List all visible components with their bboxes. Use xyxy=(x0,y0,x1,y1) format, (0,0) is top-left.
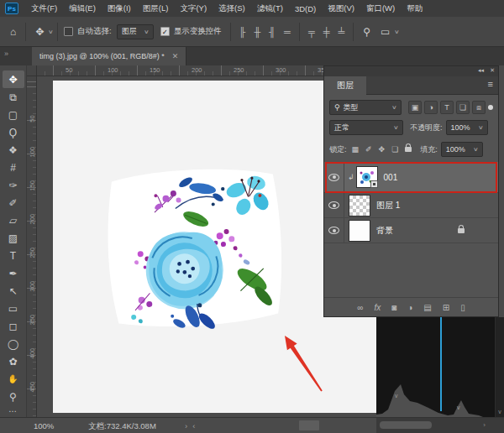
panel-collapse-icon[interactable]: ◂◂ xyxy=(478,67,484,74)
align-bottom-icon[interactable]: ╧ xyxy=(334,27,349,37)
horizontal-scrollbar[interactable]: › xyxy=(376,418,504,433)
ellipse-tool[interactable]: ◯ xyxy=(3,335,24,352)
menu-help[interactable]: 帮助 xyxy=(401,0,428,17)
menu-type[interactable]: 文字(Y) xyxy=(174,0,213,17)
workspace-panel-icon[interactable]: ▭ xyxy=(375,26,395,38)
align-top-icon[interactable]: ╤ xyxy=(304,27,319,37)
chevron-down-icon[interactable]: ∨ xyxy=(48,29,54,35)
scroll-right-icon[interactable]: › xyxy=(483,421,486,429)
filter-type-layers-icon[interactable]: T xyxy=(440,101,454,114)
status-forward-icon[interactable]: › xyxy=(185,421,192,430)
lock-artboard-icon[interactable]: ❏ xyxy=(391,145,398,154)
menu-layer[interactable]: 图层(L) xyxy=(137,0,175,17)
scroll-down-icon[interactable]: v xyxy=(496,409,504,415)
ruler-label: 250 xyxy=(29,248,36,258)
layer-name[interactable]: 001 xyxy=(384,173,398,182)
layer-name[interactable]: 图层 1 xyxy=(376,200,400,211)
filter-pixel-layers-icon[interactable]: ▣ xyxy=(408,101,422,114)
new-group-icon[interactable]: ▤ xyxy=(423,303,431,312)
eyedropper-tool[interactable]: ✑ xyxy=(3,176,24,194)
layer-row-background[interactable]: 背景 xyxy=(324,218,498,243)
align-vcenter-icon[interactable]: ╪ xyxy=(319,27,334,37)
zoom-tool[interactable]: ⚲ xyxy=(3,388,24,405)
type-tool[interactable]: T xyxy=(3,247,24,264)
layer-row-001[interactable]: ↲ 001 xyxy=(324,162,498,193)
menu-select[interactable]: 选择(S) xyxy=(213,0,251,17)
layer-thumbnail[interactable] xyxy=(356,166,378,188)
move-tool[interactable]: ✥ xyxy=(3,70,24,88)
chevron-down-icon: ∨ xyxy=(478,124,484,131)
pen-tool[interactable]: ✒ xyxy=(3,264,24,282)
scrollbar-handle[interactable] xyxy=(380,421,432,429)
crop-tool[interactable]: # xyxy=(3,159,24,176)
home-icon[interactable]: ⌂ xyxy=(5,26,21,38)
artboard-tool[interactable]: ⧉ xyxy=(3,88,24,106)
distribute-icon[interactable]: ═ xyxy=(280,27,295,37)
layer-thumbnail[interactable] xyxy=(349,195,370,216)
lock-transparency-icon[interactable]: ▦ xyxy=(352,145,360,154)
show-transform-checkbox[interactable]: ✓ xyxy=(160,27,170,36)
filter-toggle-icon[interactable] xyxy=(488,105,493,110)
more-tools-icon[interactable]: … xyxy=(0,404,26,414)
layer-name[interactable]: 背景 xyxy=(376,225,393,237)
document-tab[interactable]: timg (3).jpg @ 100% (001, RGB/8#) * ✕ xyxy=(32,47,186,65)
menu-window[interactable]: 窗口(W) xyxy=(360,0,401,17)
delete-layer-icon[interactable]: ▯ xyxy=(460,303,465,312)
rounded-rectangle-tool[interactable]: ◻ xyxy=(3,317,24,335)
menu-3d[interactable]: 3D(D) xyxy=(289,0,322,17)
blend-mode-dropdown[interactable]: 正常 ∨ xyxy=(329,120,403,135)
lock-pixels-icon[interactable]: ✐ xyxy=(365,145,372,154)
filter-kind-dropdown[interactable]: ⚲ 类型 ∨ xyxy=(329,100,402,115)
menu-view[interactable]: 视图(V) xyxy=(322,0,360,17)
menu-edit[interactable]: 编辑(E) xyxy=(63,0,102,17)
rectangular-marquee-tool[interactable]: ▢ xyxy=(3,106,24,123)
eraser-tool[interactable]: ▱ xyxy=(3,211,24,229)
filter-adjustment-layers-icon[interactable]: ◑ xyxy=(424,101,438,114)
panel-menu-icon[interactable]: ≡ xyxy=(488,79,493,89)
gradient-tool[interactable]: ▨ xyxy=(3,229,24,247)
path-selection-tool[interactable]: ↖ xyxy=(3,282,24,300)
align-right-icon[interactable]: ╢ xyxy=(265,27,280,37)
hand-tool[interactable]: ✋ xyxy=(3,370,24,388)
ruler-label: 50 xyxy=(29,114,36,124)
chevron-down-icon[interactable]: ∨ xyxy=(394,29,400,35)
menu-file[interactable]: 文件(F) xyxy=(25,0,63,17)
document-tab-bar: » timg (3).jpg @ 100% (001, RGB/8#) * ✕ xyxy=(0,47,504,65)
align-left-icon[interactable]: ╟ xyxy=(235,27,250,37)
fill-dropdown[interactable]: 100% ∨ xyxy=(441,142,483,157)
layer-row-tuceng1[interactable]: 图层 1 xyxy=(324,193,498,218)
zoom-level[interactable]: 100% xyxy=(34,421,54,430)
lasso-tool[interactable]: Ϙ xyxy=(3,123,24,141)
filter-smart-objects-icon[interactable]: ⧈ xyxy=(472,101,486,114)
visibility-eye-icon[interactable] xyxy=(328,174,339,181)
layer-thumbnail[interactable] xyxy=(349,220,370,242)
lock-all-icon[interactable] xyxy=(405,147,412,152)
layer-style-icon[interactable]: fx xyxy=(374,303,381,312)
brush-tool[interactable]: ✐ xyxy=(3,194,24,211)
visibility-eye-icon[interactable] xyxy=(328,227,339,234)
move-tool-icon[interactable]: ✥ xyxy=(30,26,49,38)
object-selection-tool[interactable]: ❖ xyxy=(3,141,24,159)
rectangle-tool[interactable]: ▭ xyxy=(3,300,24,317)
filter-shape-layers-icon[interactable]: ❏ xyxy=(456,101,470,114)
status-back-icon[interactable]: ‹ xyxy=(192,421,200,430)
link-layers-icon[interactable]: ∞ xyxy=(357,303,363,312)
zoom-search-icon[interactable]: ⚲ xyxy=(358,26,375,38)
opacity-dropdown[interactable]: 100% ∨ xyxy=(446,120,488,135)
adjustment-layer-icon[interactable]: ◑ xyxy=(407,303,412,312)
collapse-tools-icon[interactable]: » xyxy=(4,50,8,58)
lock-position-icon[interactable]: ✥ xyxy=(379,145,386,154)
menu-filter[interactable]: 滤镜(T) xyxy=(251,0,289,17)
auto-select-target-dropdown[interactable]: 图层 ∨ xyxy=(117,24,154,39)
layers-tab[interactable]: 图层 xyxy=(324,76,366,95)
vertical-scrollbar[interactable]: v xyxy=(495,317,504,417)
align-hcenter-icon[interactable]: ╫ xyxy=(250,27,265,37)
visibility-eye-icon[interactable] xyxy=(328,201,339,209)
custom-shape-tool[interactable]: ✿ xyxy=(3,352,24,370)
layer-mask-icon[interactable]: ◙ xyxy=(391,303,396,312)
new-layer-icon[interactable]: ⊞ xyxy=(443,303,449,312)
tab-close-icon[interactable]: ✕ xyxy=(172,52,179,60)
auto-select-checkbox[interactable] xyxy=(64,27,73,36)
panel-close-icon[interactable]: ✕ xyxy=(490,67,495,74)
menu-image[interactable]: 图像(I) xyxy=(102,0,137,17)
